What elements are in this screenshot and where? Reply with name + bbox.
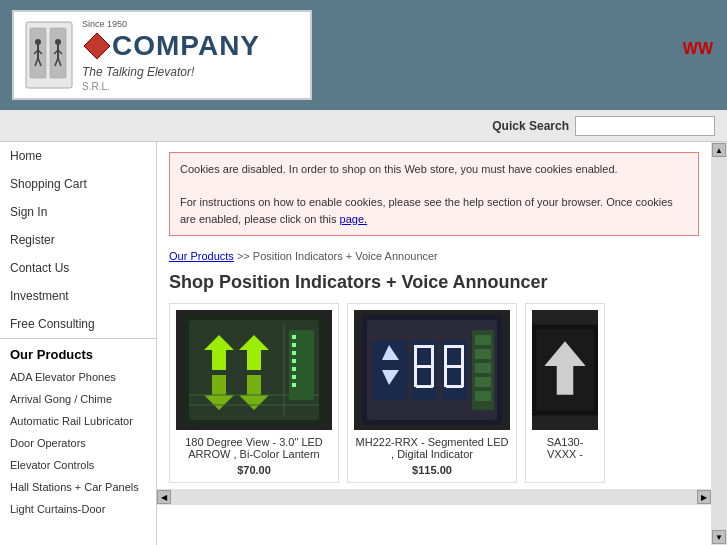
- logo-text-area: Since 1950 COMPANY The Talking Elevator!…: [82, 19, 260, 92]
- sidebar-item-shopping-cart[interactable]: Shopping Cart: [0, 170, 156, 198]
- svg-rect-28: [292, 351, 296, 355]
- sidebar-item-arrival-gong[interactable]: Arrival Gong / Chime: [0, 388, 156, 410]
- company-name: COMPANY: [112, 32, 260, 60]
- svg-rect-40: [416, 365, 433, 368]
- product-price-2: $115.00: [354, 464, 510, 476]
- breadcrumb-separator: >>: [237, 250, 250, 262]
- logo-box: Since 1950 COMPANY The Talking Elevator!…: [12, 10, 312, 100]
- breadcrumb: Our Products >> Position Indicators + Vo…: [157, 246, 711, 266]
- svg-rect-48: [446, 365, 463, 368]
- tagline: The Talking Elevator!: [82, 65, 260, 79]
- cookie-warning: Cookies are disabled. In order to shop o…: [169, 152, 699, 236]
- sidebar-item-elevator-controls[interactable]: Elevator Controls: [0, 454, 156, 476]
- svg-rect-43: [431, 345, 434, 367]
- svg-rect-42: [414, 345, 417, 367]
- svg-rect-55: [475, 335, 491, 345]
- product-grid: 180 Degree View - 3.0" LED ARROW , Bi-Co…: [157, 303, 711, 483]
- svg-rect-59: [475, 391, 491, 401]
- svg-rect-39: [416, 345, 433, 348]
- horizontal-scrollbar: ◀ ▶: [157, 489, 711, 505]
- svg-rect-50: [444, 345, 447, 367]
- svg-rect-26: [292, 335, 296, 339]
- content-area: Cookies are disabled. In order to shop o…: [157, 142, 711, 545]
- product2-svg: [362, 315, 502, 425]
- sidebar-item-light-curtains[interactable]: Light Curtains-Door: [0, 498, 156, 520]
- sidebar-item-ada-elevator-phones[interactable]: ADA Elevator Phones: [0, 366, 156, 388]
- svg-rect-44: [414, 365, 417, 387]
- product3-svg: [532, 315, 598, 425]
- sidebar-item-contact-us[interactable]: Contact Us: [0, 254, 156, 282]
- breadcrumb-our-products[interactable]: Our Products: [169, 250, 234, 262]
- page-title: Shop Position Indicators + Voice Announc…: [157, 266, 711, 303]
- since-text: Since 1950: [82, 19, 260, 29]
- product-card-2[interactable]: MH222-RRX - Segmented LED , Digital Indi…: [347, 303, 517, 483]
- product-image-2: [354, 310, 510, 430]
- svg-rect-49: [446, 385, 463, 388]
- svg-marker-15: [84, 33, 110, 59]
- ww-label: WW: [683, 40, 713, 58]
- cookie-warning-link[interactable]: page.: [340, 213, 368, 225]
- sidebar-item-investment[interactable]: Investment: [0, 282, 156, 310]
- scroll-down-btn[interactable]: ▼: [712, 530, 726, 544]
- svg-rect-30: [292, 367, 296, 371]
- svg-rect-57: [475, 363, 491, 373]
- scroll-up-btn[interactable]: ▲: [712, 143, 726, 157]
- scroll-left-btn[interactable]: ◀: [157, 490, 171, 504]
- svg-rect-53: [461, 365, 464, 387]
- product-image-1: [176, 310, 332, 430]
- sidebar: Home Shopping Cart Sign In Register Cont…: [0, 142, 157, 545]
- search-bar: Quick Search: [0, 110, 727, 142]
- svg-rect-51: [461, 345, 464, 367]
- right-scrollbar: ▲ ▼: [711, 142, 727, 545]
- product-name-1: 180 Degree View - 3.0" LED ARROW , Bi-Co…: [176, 436, 332, 460]
- scroll-right-btn[interactable]: ▶: [697, 490, 711, 504]
- product-price-1: $70.00: [176, 464, 332, 476]
- svg-rect-52: [444, 365, 447, 387]
- svg-rect-56: [475, 349, 491, 359]
- our-products-header: Our Products: [0, 338, 156, 366]
- product1-svg: [184, 315, 324, 425]
- diamond-logo-icon: [82, 31, 112, 61]
- cookie-warning-line2: For instructions on how to enable cookie…: [180, 194, 688, 227]
- svg-rect-31: [292, 375, 296, 379]
- svg-rect-29: [292, 359, 296, 363]
- elevator-icon: [24, 20, 74, 90]
- sidebar-item-sign-in[interactable]: Sign In: [0, 198, 156, 226]
- product-card-3[interactable]: SA130-VXXX -: [525, 303, 605, 483]
- sidebar-item-door-operators[interactable]: Door Operators: [0, 432, 156, 454]
- header: Since 1950 COMPANY The Talking Elevator!…: [0, 0, 727, 110]
- sidebar-item-home[interactable]: Home: [0, 142, 156, 170]
- sidebar-item-automatic-rail[interactable]: Automatic Rail Lubricator: [0, 410, 156, 432]
- svg-rect-58: [475, 377, 491, 387]
- sidebar-item-register[interactable]: Register: [0, 226, 156, 254]
- product-name-3: SA130-VXXX -: [532, 436, 598, 460]
- breadcrumb-current: Position Indicators + Voice Announcer: [253, 250, 438, 262]
- svg-point-3: [35, 39, 41, 45]
- quick-search-label: Quick Search: [492, 119, 569, 133]
- cookie-warning-line1: Cookies are disabled. In order to shop o…: [180, 161, 688, 178]
- svg-rect-45: [431, 365, 434, 387]
- product-card-1[interactable]: 180 Degree View - 3.0" LED ARROW , Bi-Co…: [169, 303, 339, 483]
- svg-point-9: [55, 39, 61, 45]
- product-image-3: [532, 310, 598, 430]
- srl-badge: S.R.L.: [82, 81, 260, 92]
- svg-rect-47: [446, 345, 463, 348]
- search-input[interactable]: [575, 116, 715, 136]
- sidebar-item-hall-stations[interactable]: Hall Stations + Car Panels: [0, 476, 156, 498]
- svg-rect-27: [292, 343, 296, 347]
- svg-rect-41: [416, 385, 433, 388]
- product-name-2: MH222-RRX - Segmented LED , Digital Indi…: [354, 436, 510, 460]
- svg-rect-32: [292, 383, 296, 387]
- sidebar-item-free-consulting[interactable]: Free Consulting: [0, 310, 156, 338]
- main-layout: Home Shopping Cart Sign In Register Cont…: [0, 142, 727, 545]
- svg-rect-25: [289, 330, 314, 400]
